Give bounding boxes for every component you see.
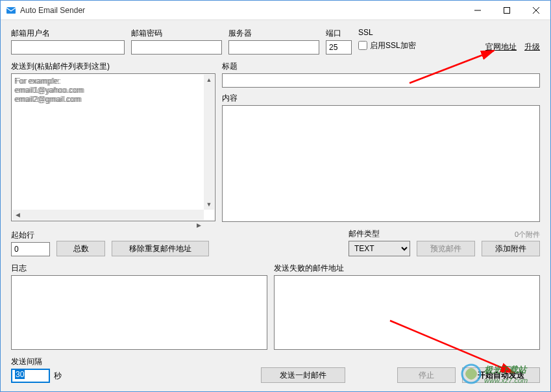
svg-rect-0 bbox=[6, 7, 16, 14]
port-label: 端口 bbox=[326, 28, 352, 39]
password-input[interactable] bbox=[131, 40, 222, 55]
interval-field: 发送间隔 30 秒 bbox=[11, 356, 62, 383]
sendto-field: 发送到(粘贴邮件列表到这里) For example: email1@yahoo… bbox=[11, 61, 215, 222]
interval-unit: 秒 bbox=[54, 371, 62, 382]
scroll-right-icon: ▶ bbox=[193, 220, 204, 230]
attachment-field: 0个附件 添加附件 bbox=[482, 230, 540, 256]
ssl-checkbox-wrap[interactable]: 启用SSL加密 bbox=[358, 38, 416, 53]
main-row: 发送到(粘贴邮件列表到这里) For example: email1@yahoo… bbox=[11, 61, 540, 222]
ssl-checkbox-label: 启用SSL加密 bbox=[370, 40, 416, 51]
app-window: Auto Email Sender 邮箱用户名 邮箱密码 服务器 端口 bbox=[0, 0, 551, 392]
failed-textarea[interactable] bbox=[274, 275, 540, 350]
scroll-down-icon: ▼ bbox=[204, 199, 214, 210]
mid-row: 起始行 总数 移除重复邮件地址 邮件类型 TEXT 预览邮件 0个附件 添加附件 bbox=[11, 228, 540, 256]
official-site-link[interactable]: 官网地址 bbox=[485, 42, 517, 53]
log-row: 日志 发送失败的邮件地址 bbox=[11, 263, 540, 350]
log-label: 日志 bbox=[11, 263, 267, 274]
maximize-button[interactable] bbox=[492, 1, 521, 20]
content-field: 内容 bbox=[222, 93, 540, 222]
interval-input[interactable]: 30 bbox=[11, 369, 50, 383]
server-input[interactable] bbox=[228, 40, 319, 55]
startrow-input[interactable] bbox=[11, 242, 50, 256]
sendto-label: 发送到(粘贴邮件列表到这里) bbox=[11, 61, 215, 72]
port-field: 端口 bbox=[326, 28, 352, 55]
top-links: 官网地址 升级 bbox=[485, 28, 540, 55]
mailtype-label: 邮件类型 bbox=[349, 228, 410, 239]
close-button[interactable] bbox=[521, 1, 550, 20]
credentials-row: 邮箱用户名 邮箱密码 服务器 端口 SSL 启用SSL加密 bbox=[11, 28, 540, 55]
ssl-checkbox[interactable] bbox=[358, 41, 367, 50]
interval-label: 发送间隔 bbox=[11, 356, 62, 367]
sendto-textarea-wrap: For example: email1@yahoo.com email2@gma… bbox=[11, 73, 215, 221]
sendto-scroll-horiz[interactable]: ◀ ▶ bbox=[12, 210, 204, 220]
failed-field: 发送失败的邮件地址 bbox=[274, 263, 540, 350]
dedup-button[interactable]: 移除重复邮件地址 bbox=[112, 241, 209, 256]
startrow-field: 起始行 bbox=[11, 230, 50, 256]
subject-input[interactable] bbox=[222, 73, 540, 88]
svg-rect-2 bbox=[504, 7, 509, 13]
password-label: 邮箱密码 bbox=[131, 28, 222, 39]
username-field: 邮箱用户名 bbox=[11, 28, 125, 55]
total-button[interactable]: 总数 bbox=[56, 241, 105, 256]
stop-button[interactable]: 停止 bbox=[397, 367, 456, 383]
scroll-up-icon: ▲ bbox=[204, 75, 214, 85]
content-textarea[interactable] bbox=[222, 105, 540, 222]
subject-field: 标题 bbox=[222, 61, 540, 88]
username-input[interactable] bbox=[11, 40, 125, 55]
startrow-label: 起始行 bbox=[11, 230, 50, 241]
app-icon bbox=[6, 5, 16, 16]
bottom-row: 发送间隔 30 秒 发送一封邮件 停止 开始自动发送 bbox=[11, 356, 540, 383]
add-attachment-button[interactable]: 添加附件 bbox=[482, 241, 540, 256]
right-col: 标题 内容 bbox=[222, 61, 540, 222]
ssl-label: SSL bbox=[358, 28, 416, 37]
start-auto-button[interactable]: 开始自动发送 bbox=[462, 367, 540, 383]
mailtype-select[interactable]: TEXT bbox=[349, 241, 410, 256]
server-label: 服务器 bbox=[228, 28, 319, 39]
window-title: Auto Email Sender bbox=[20, 6, 463, 15]
window-controls bbox=[463, 1, 550, 20]
port-input[interactable] bbox=[326, 40, 352, 55]
log-field: 日志 bbox=[11, 263, 267, 350]
content-label: 内容 bbox=[222, 93, 540, 104]
sendto-scroll-vert[interactable]: ▲ ▼ bbox=[204, 75, 214, 210]
password-field: 邮箱密码 bbox=[131, 28, 222, 55]
minimize-button[interactable] bbox=[463, 1, 492, 20]
mailtype-field: 邮件类型 TEXT bbox=[349, 228, 410, 256]
sendto-textarea[interactable] bbox=[12, 74, 204, 210]
preview-button[interactable]: 预览邮件 bbox=[417, 241, 475, 256]
content-area: 邮箱用户名 邮箱密码 服务器 端口 SSL 启用SSL加密 bbox=[1, 20, 550, 392]
server-field: 服务器 bbox=[228, 28, 319, 55]
upgrade-link[interactable]: 升级 bbox=[524, 42, 540, 53]
ssl-field: SSL 启用SSL加密 bbox=[358, 28, 416, 55]
titlebar: Auto Email Sender bbox=[1, 1, 550, 20]
scroll-left-icon: ◀ bbox=[12, 210, 23, 220]
send-one-button[interactable]: 发送一封邮件 bbox=[261, 367, 345, 383]
attachment-count: 0个附件 bbox=[515, 230, 540, 239]
log-textarea[interactable] bbox=[11, 275, 267, 350]
subject-label: 标题 bbox=[222, 61, 540, 72]
failed-label: 发送失败的邮件地址 bbox=[274, 263, 540, 274]
username-label: 邮箱用户名 bbox=[11, 28, 125, 39]
